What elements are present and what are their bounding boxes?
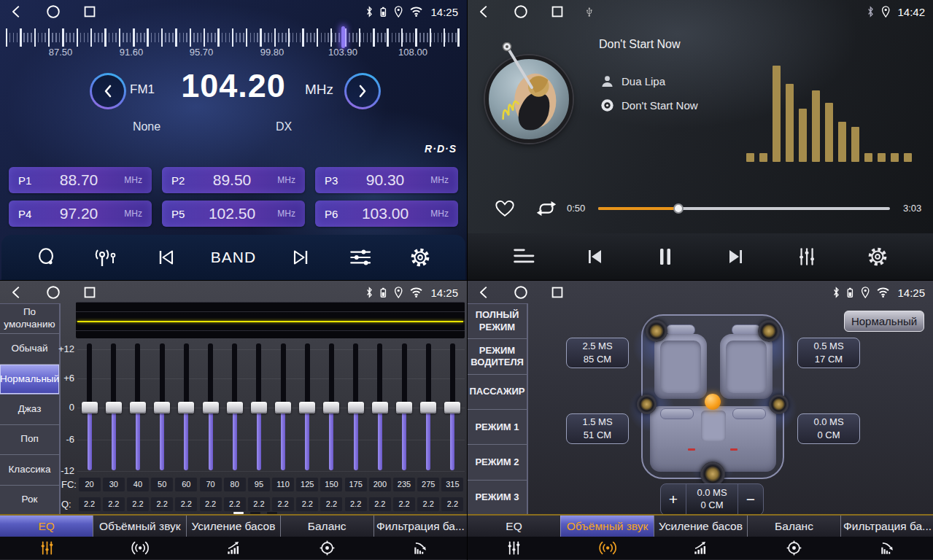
subwoofer-filter-icon[interactable] bbox=[840, 537, 933, 559]
preset-button-p6[interactable]: P6103.00MHz bbox=[315, 201, 458, 227]
eq-band-slider[interactable] bbox=[101, 341, 125, 478]
slider-knob[interactable] bbox=[227, 402, 243, 413]
fc-value-chip[interactable]: 95 bbox=[248, 478, 270, 491]
eq-preset-item[interactable]: Обычай bbox=[0, 334, 59, 364]
fc-value-chip[interactable]: 30 bbox=[103, 478, 125, 491]
preset-button-p3[interactable]: P390.30MHz bbox=[315, 167, 458, 193]
rear-right-delay-button[interactable]: 0.0 MS 0 CM bbox=[797, 413, 860, 444]
repeat-icon[interactable] bbox=[535, 198, 558, 219]
eq-band-slider[interactable] bbox=[150, 341, 174, 478]
back-icon[interactable] bbox=[476, 4, 492, 20]
back-icon[interactable] bbox=[9, 4, 25, 20]
fc-value-chip[interactable]: 125 bbox=[296, 478, 318, 491]
slider-knob[interactable] bbox=[275, 402, 291, 413]
tab-5-label[interactable]: Фильтрация ба... bbox=[373, 516, 467, 537]
eq-band-slider[interactable] bbox=[441, 341, 465, 478]
rear-left-speaker-icon[interactable] bbox=[637, 394, 657, 414]
previous-track-icon[interactable] bbox=[580, 244, 609, 269]
tab-1-label[interactable]: EQ bbox=[468, 516, 560, 537]
tab-5-label[interactable]: Фильтрация ба... bbox=[840, 516, 933, 537]
equalizer-settings-icon[interactable] bbox=[347, 245, 376, 270]
eq-band-slider[interactable] bbox=[198, 341, 222, 478]
bass-boost-icon[interactable] bbox=[187, 537, 280, 559]
q-value-chip[interactable]: 2.2 bbox=[345, 497, 367, 511]
tab-4-label[interactable]: Баланс bbox=[280, 516, 373, 537]
q-value-chip[interactable]: 2.2 bbox=[369, 497, 391, 511]
q-value-chip[interactable]: 2.2 bbox=[296, 497, 318, 511]
next-track-icon[interactable] bbox=[721, 244, 751, 269]
slider-knob[interactable] bbox=[372, 402, 388, 413]
fc-value-chip[interactable]: 80 bbox=[224, 478, 246, 491]
eq-preset-item[interactable]: Нормальный bbox=[0, 365, 59, 394]
q-value-chip[interactable]: 2.2 bbox=[200, 497, 222, 511]
bass-boost-icon[interactable] bbox=[654, 537, 748, 559]
previous-station-icon[interactable] bbox=[151, 245, 180, 270]
q-value-chip[interactable]: 2.2 bbox=[151, 497, 173, 511]
eq-band-slider[interactable] bbox=[77, 341, 101, 478]
tab-2-label[interactable]: Объёмный звук bbox=[560, 516, 654, 537]
fc-value-chip[interactable]: 50 bbox=[151, 478, 173, 491]
tab-2-label[interactable]: Объёмный звук bbox=[93, 516, 186, 537]
fc-value-chip[interactable]: 60 bbox=[175, 478, 197, 491]
delay-mode-item[interactable]: РЕЖИМ ВОДИТЕЛЯ bbox=[468, 339, 527, 374]
subwoofer-filter-icon[interactable] bbox=[373, 537, 467, 559]
tab-3-label[interactable]: Усиление басов bbox=[654, 516, 747, 537]
slider-knob[interactable] bbox=[396, 402, 412, 413]
surround-icon[interactable] bbox=[561, 537, 654, 559]
preset-button-p4[interactable]: P497.20MHz bbox=[9, 201, 152, 227]
fc-value-chip[interactable]: 235 bbox=[393, 478, 415, 491]
q-value-chip[interactable]: 2.2 bbox=[224, 497, 246, 511]
delay-mode-item[interactable]: ПОЛНЫЙ РЕЖИМ bbox=[468, 304, 527, 339]
fc-value-chip[interactable]: 150 bbox=[320, 478, 342, 491]
q-value-chip[interactable]: 2.2 bbox=[175, 497, 197, 511]
recents-icon[interactable] bbox=[549, 284, 565, 300]
profile-button[interactable]: Нормальный bbox=[844, 311, 924, 332]
recents-icon[interactable] bbox=[82, 4, 98, 20]
eq-sliders-icon[interactable] bbox=[468, 537, 561, 559]
eq-band-slider[interactable] bbox=[295, 341, 320, 478]
slider-knob[interactable] bbox=[178, 402, 194, 413]
recents-icon[interactable] bbox=[82, 284, 98, 300]
tune-up-button[interactable] bbox=[344, 73, 381, 109]
slider-knob[interactable] bbox=[420, 402, 436, 413]
frequency-dial[interactable] bbox=[6, 26, 461, 48]
eq-preset-item[interactable]: Поп bbox=[0, 425, 59, 455]
home-icon[interactable] bbox=[45, 4, 61, 20]
slider-knob[interactable] bbox=[82, 402, 98, 413]
eq-band-slider[interactable] bbox=[271, 341, 295, 478]
back-icon[interactable] bbox=[476, 284, 492, 300]
settings-gear-icon[interactable] bbox=[406, 245, 435, 270]
surround-icon[interactable] bbox=[93, 537, 187, 559]
slider-knob[interactable] bbox=[203, 402, 219, 413]
album-art[interactable] bbox=[485, 55, 573, 143]
q-value-chip[interactable]: 2.2 bbox=[320, 497, 342, 511]
q-value-chip[interactable]: 2.2 bbox=[441, 497, 463, 511]
eq-band-slider[interactable] bbox=[344, 341, 368, 478]
eq-band-slider[interactable] bbox=[368, 341, 392, 478]
delay-mode-item[interactable]: РЕЖИМ 1 bbox=[468, 410, 527, 445]
q-value-chip[interactable]: 2.2 bbox=[248, 497, 270, 511]
home-icon[interactable] bbox=[45, 284, 61, 300]
home-icon[interactable] bbox=[513, 4, 529, 20]
equalizer-settings-icon[interactable] bbox=[792, 244, 821, 269]
rear-right-speaker-icon[interactable] bbox=[769, 394, 789, 414]
tune-down-button[interactable] bbox=[90, 73, 126, 109]
front-right-speaker-icon[interactable] bbox=[758, 320, 780, 342]
delay-increase-button[interactable]: + bbox=[661, 484, 686, 515]
q-value-chip[interactable]: 2.2 bbox=[393, 497, 415, 511]
scan-search-icon[interactable] bbox=[32, 245, 61, 270]
fc-value-chip[interactable]: 20 bbox=[79, 478, 101, 491]
balance-icon[interactable] bbox=[280, 537, 373, 559]
eq-band-slider[interactable] bbox=[125, 341, 150, 478]
eq-band-slider[interactable] bbox=[247, 341, 271, 478]
eq-preset-item[interactable]: Рок bbox=[0, 486, 59, 516]
delay-mode-item[interactable]: РЕЖИМ 2 bbox=[468, 445, 527, 480]
rear-left-delay-button[interactable]: 1.5 MS 51 CM bbox=[566, 413, 629, 444]
tab-3-label[interactable]: Усиление басов bbox=[186, 516, 279, 537]
recents-icon[interactable] bbox=[549, 4, 565, 20]
next-station-icon[interactable] bbox=[287, 245, 316, 270]
delay-mode-item[interactable]: РЕЖИМ 3 bbox=[468, 481, 527, 516]
slider-knob[interactable] bbox=[106, 402, 122, 413]
preset-button-p5[interactable]: P5102.50MHz bbox=[162, 201, 305, 227]
delay-mode-item[interactable]: ПАССАЖИР bbox=[468, 375, 527, 410]
